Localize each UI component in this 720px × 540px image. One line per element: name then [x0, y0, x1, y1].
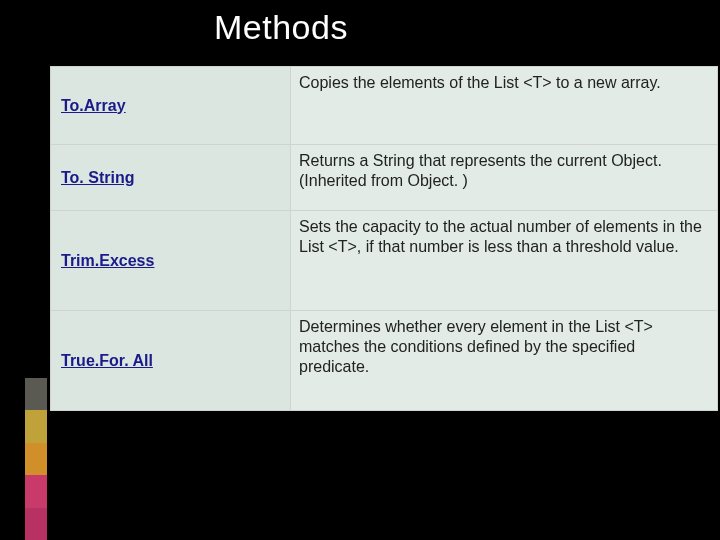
- method-name-link[interactable]: Trim.Excess: [51, 211, 291, 311]
- table-row: To. String Returns a String that represe…: [51, 145, 718, 211]
- accent-strip: [25, 378, 47, 540]
- method-desc: Sets the capacity to the actual number o…: [291, 211, 718, 311]
- accent-seg: [25, 378, 47, 410]
- table-row: True.For. All Determines whether every e…: [51, 311, 718, 411]
- table-row: Trim.Excess Sets the capacity to the act…: [51, 211, 718, 311]
- table-row: To.Array Copies the elements of the List…: [51, 67, 718, 145]
- method-desc: Returns a String that represents the cur…: [291, 145, 718, 211]
- accent-seg: [25, 410, 47, 442]
- method-desc: Copies the elements of the List <T> to a…: [291, 67, 718, 145]
- page-title: Methods: [0, 0, 720, 65]
- accent-seg: [25, 508, 47, 540]
- methods-table: To.Array Copies the elements of the List…: [50, 66, 718, 411]
- accent-seg: [25, 443, 47, 475]
- method-name-link[interactable]: True.For. All: [51, 311, 291, 411]
- accent-seg: [25, 475, 47, 507]
- method-desc: Determines whether every element in the …: [291, 311, 718, 411]
- method-name-link[interactable]: To.Array: [51, 67, 291, 145]
- method-name-link[interactable]: To. String: [51, 145, 291, 211]
